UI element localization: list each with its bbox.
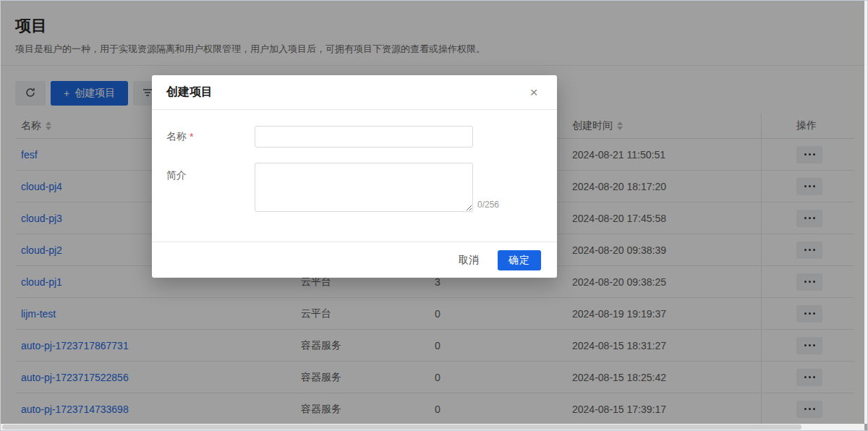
description-field-row: 简介 0/256 xyxy=(166,163,542,212)
name-field-row: 名称 * xyxy=(166,126,542,148)
vertical-scrollbar[interactable] xyxy=(864,1,867,424)
horizontal-scrollbar[interactable] xyxy=(1,424,864,430)
modal-body: 名称 * 简介 0/256 xyxy=(152,110,557,212)
horizontal-scrollbar-thumb[interactable] xyxy=(2,424,801,430)
create-project-modal: 创建项目 × 名称 * 简介 0/256 取消 xyxy=(152,75,557,278)
app-window: 项目 项目是租户的一种，用于实现资源隔离和用户权限管理，用户加入项目后，可拥有项… xyxy=(0,0,868,431)
modal-header: 创建项目 × xyxy=(152,75,557,110)
description-textarea[interactable] xyxy=(255,163,473,212)
close-icon[interactable]: × xyxy=(525,84,542,101)
name-field-label: 名称 * xyxy=(166,126,255,148)
char-counter: 0/256 xyxy=(477,200,499,210)
required-asterisk: * xyxy=(190,131,193,142)
name-input[interactable] xyxy=(255,126,473,148)
modal-title: 创建项目 xyxy=(166,85,525,100)
confirm-button[interactable]: 确定 xyxy=(498,250,541,270)
modal-footer: 取消 确定 xyxy=(152,242,557,278)
cancel-button[interactable]: 取消 xyxy=(459,254,479,267)
description-field-label: 简介 xyxy=(166,163,255,212)
